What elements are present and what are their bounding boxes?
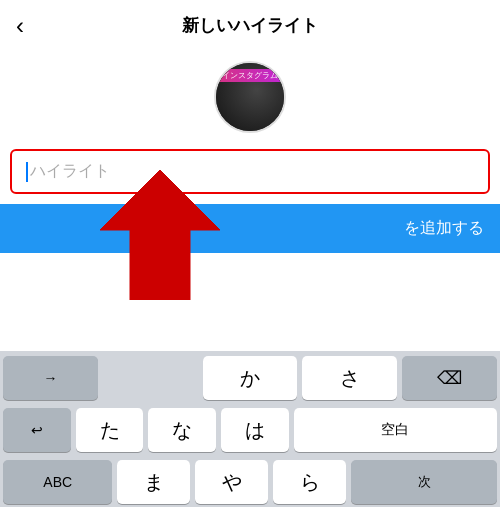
- cursor: [26, 162, 28, 182]
- key-ka[interactable]: か: [203, 356, 298, 400]
- keyboard: → か さ ⌫ ↩ た な は 空白 ABC ま や ら 次: [0, 351, 500, 507]
- keyboard-row-1: → か さ ⌫: [0, 351, 500, 403]
- keyboard-row-3: ABC ま や ら 次: [0, 455, 500, 507]
- key-ra[interactable]: ら: [273, 460, 346, 504]
- input-placeholder: ハイライト: [30, 161, 110, 182]
- avatar[interactable]: インスタグラム: [214, 61, 286, 133]
- key-arrow-right[interactable]: →: [3, 356, 98, 400]
- page-title: 新しいハイライト: [182, 14, 318, 37]
- key-ya[interactable]: や: [195, 460, 268, 504]
- key-next[interactable]: 次: [351, 460, 497, 504]
- back-button[interactable]: ‹: [16, 12, 24, 40]
- key-space[interactable]: 空白: [294, 408, 497, 452]
- avatar-area: インスタグラム: [0, 51, 500, 149]
- avatar-badge: インスタグラム: [217, 69, 283, 82]
- keyboard-row-2: ↩ た な は 空白: [0, 403, 500, 455]
- key-delete[interactable]: ⌫: [402, 356, 497, 400]
- key-undo[interactable]: ↩: [3, 408, 71, 452]
- add-label: を追加する: [404, 218, 484, 239]
- key-ha[interactable]: は: [221, 408, 289, 452]
- key-ta[interactable]: た: [76, 408, 144, 452]
- key-sa[interactable]: さ: [302, 356, 397, 400]
- highlight-name-input[interactable]: ハイライト: [10, 149, 490, 194]
- key-ma[interactable]: ま: [117, 460, 190, 504]
- add-button-bar[interactable]: を追加する: [0, 204, 500, 253]
- header: ‹ 新しいハイライト: [0, 0, 500, 51]
- key-abc[interactable]: ABC: [3, 460, 112, 504]
- key-na[interactable]: な: [148, 408, 216, 452]
